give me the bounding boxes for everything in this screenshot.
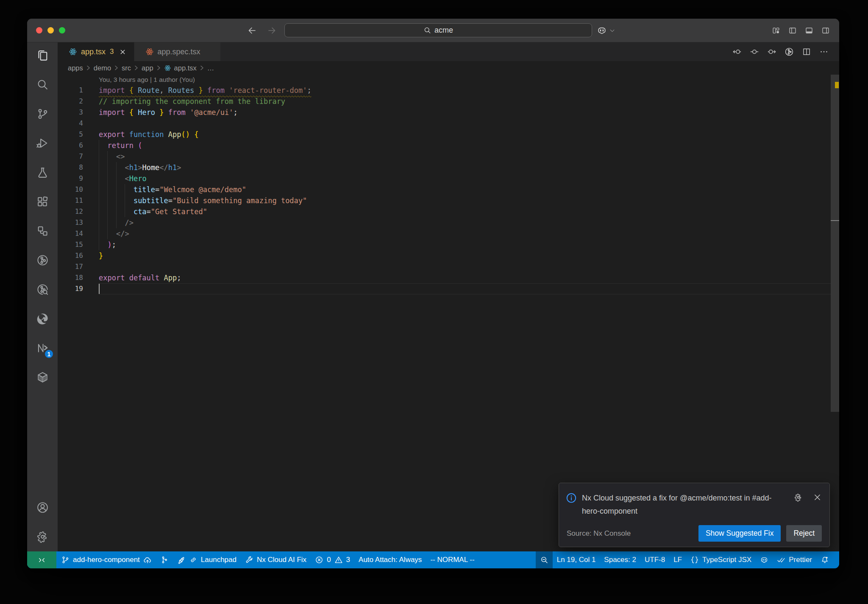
minimize-window-button[interactable]: [47, 27, 54, 34]
breadcrumb-item-app.tsx[interactable]: app.tsx: [164, 64, 197, 72]
remote-indicator[interactable]: [27, 551, 56, 568]
status-item-add-hero-component[interactable]: add-hero-component: [57, 551, 156, 568]
status-item-zoom-out[interactable]: [536, 551, 553, 568]
extensions-icon: [36, 195, 49, 208]
line-number: 4: [58, 118, 83, 129]
tab-close-icon[interactable]: [118, 47, 128, 56]
nav-forward-icon[interactable]: [767, 47, 776, 56]
status-item-0[interactable]: 03: [311, 551, 354, 568]
close-window-button[interactable]: [36, 27, 42, 34]
code-line-content: return (: [99, 140, 142, 151]
search-icon: [423, 26, 431, 34]
scrollbar-slider[interactable]: [831, 75, 839, 412]
code-line-content: cta="Get Started": [99, 206, 207, 217]
activity-item-gitlens-inspect[interactable]: [27, 275, 58, 304]
code-line-content: import { Hero } from '@acme/ui';: [99, 107, 238, 118]
toggle-panel-right-icon[interactable]: [821, 26, 830, 35]
activity-item-nx-console[interactable]: 1: [27, 333, 58, 363]
double-check-icon: [777, 556, 785, 564]
toggle-panel-left-icon[interactable]: [788, 26, 797, 35]
breadcrumb-item-src[interactable]: src: [122, 64, 131, 72]
react-blue-icon: [69, 48, 77, 56]
copilot-menu[interactable]: [597, 19, 615, 42]
editor-scrollbar[interactable]: [831, 75, 839, 551]
status-item-nx-cloud-ai-fix[interactable]: Nx Cloud AI Fix: [241, 551, 311, 568]
status-label: Launchpad: [201, 556, 236, 564]
breadcrumb-item-demo[interactable]: demo: [94, 64, 111, 72]
overview-cursor-marker: [831, 220, 839, 221]
status-item-normal[interactable]: -- NORMAL --: [426, 551, 479, 568]
status-item-ln-19-col-1[interactable]: Ln 19, Col 1: [553, 551, 600, 568]
status-item-copilot[interactable]: [756, 551, 773, 568]
code-line-content: );: [99, 239, 116, 250]
nav-back-icon[interactable]: [732, 47, 742, 56]
activity-item-edge-tools[interactable]: [27, 304, 58, 333]
activity-item-references[interactable]: [27, 216, 58, 246]
breadcrumb-label: …: [207, 64, 214, 72]
tab-app.spec.tsx[interactable]: app.spec.tsx: [134, 42, 220, 61]
status-label: Nx Cloud AI Fix: [257, 556, 306, 564]
line-number: 7: [58, 151, 83, 162]
code-line-15: 15 );: [58, 239, 839, 250]
status-item-utf-8[interactable]: UTF-8: [640, 551, 669, 568]
status-item-commit-graph-small[interactable]: [156, 551, 173, 568]
line-number: 2: [58, 96, 83, 107]
activity-item-explorer[interactable]: [27, 41, 58, 70]
show-suggested-fix-button[interactable]: Show Suggested Fix: [698, 525, 781, 542]
code-line-14: 14 </>: [58, 228, 839, 239]
breadcrumb-item-…[interactable]: …: [207, 64, 214, 72]
status-bar-left: add-hero-componentLaunchpadNx Cloud AI F…: [56, 551, 479, 568]
status-label: Spaces: 2: [604, 556, 636, 564]
status-item-lf[interactable]: LF: [669, 551, 686, 568]
activity-item-gitlens[interactable]: [27, 246, 58, 275]
activity-item-settings[interactable]: [27, 522, 58, 551]
notification-settings-icon[interactable]: [794, 493, 803, 502]
line-number: 18: [58, 272, 83, 283]
code-editor[interactable]: You, 3 hours ago | 1 author (You) 1impor…: [58, 75, 839, 551]
activity-item-run-debug[interactable]: [27, 129, 58, 158]
status-bar-right: Ln 19, Col 1Spaces: 2UTF-8LFTypeScript J…: [536, 551, 839, 568]
status-item-prettier[interactable]: Prettier: [773, 551, 816, 568]
breadcrumb-item-app[interactable]: app: [142, 64, 153, 72]
go-forward-icon[interactable]: [267, 25, 277, 36]
activity-item-extensions[interactable]: [27, 187, 58, 216]
code-line-content: // importing the component from the libr…: [99, 96, 285, 107]
status-item-spaces-2[interactable]: Spaces: 2: [600, 551, 640, 568]
text-cursor: [99, 284, 100, 294]
go-back-icon[interactable]: [247, 25, 257, 36]
command-center-search[interactable]: acme: [284, 23, 592, 37]
traffic-lights: [36, 27, 65, 34]
activity-item-accounts[interactable]: [27, 493, 58, 522]
activity-item-source-control[interactable]: [27, 99, 58, 129]
activity-item-search[interactable]: [27, 70, 58, 99]
react-blue-icon: [164, 64, 171, 72]
status-item-bell-dot[interactable]: [816, 551, 833, 568]
more-icon[interactable]: [819, 47, 829, 56]
cloud-upload-icon: [143, 556, 152, 564]
notification-close-icon[interactable]: [813, 493, 822, 502]
notification-toast: Nx Cloud suggested a fix for @acme/demo:…: [559, 483, 830, 547]
status-item-auto-attach-always[interactable]: Auto Attach: Always: [354, 551, 426, 568]
reject-button[interactable]: Reject: [786, 525, 822, 542]
code-line-13: 13 />: [58, 217, 839, 228]
activity-item-testing[interactable]: [27, 158, 58, 187]
commit-graph-icon[interactable]: [785, 47, 794, 56]
code-line-content: <>: [99, 151, 125, 162]
activity-item-containers[interactable]: [27, 363, 58, 392]
breadcrumb-item-apps[interactable]: apps: [68, 64, 83, 72]
toggle-panel-bottom-icon[interactable]: [805, 26, 813, 35]
line-number: 9: [58, 173, 83, 184]
git-branch-icon: [61, 556, 70, 564]
tab-app.tsx[interactable]: app.tsx3: [58, 42, 134, 61]
split-editor-icon[interactable]: [802, 47, 811, 56]
blame-annotation: You, 3 hours ago | 1 author (You): [58, 75, 839, 85]
status-item-launchpad[interactable]: Launchpad: [173, 551, 241, 568]
gitlens-icon: [36, 254, 49, 267]
notification-message: Nx Cloud suggested a fix for @acme/demo:…: [582, 492, 782, 518]
status-item-typescript-jsx[interactable]: TypeScript JSX: [686, 551, 756, 568]
zoom-window-button[interactable]: [59, 27, 65, 34]
code-line-8: 8 <h1>Home</h1>: [58, 162, 839, 173]
nav-circle-icon[interactable]: [750, 47, 759, 56]
code-line-4: 4: [58, 118, 839, 129]
customize-layout-icon[interactable]: [772, 26, 780, 35]
